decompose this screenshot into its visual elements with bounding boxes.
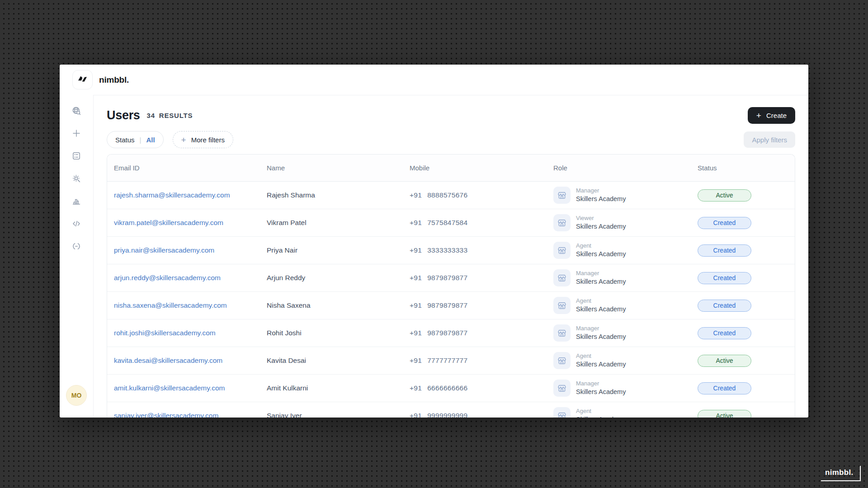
table-row[interactable]: sanjay.iyer@skillersacademy.com Sanjay I… xyxy=(107,402,795,418)
checklist-icon[interactable] xyxy=(71,151,81,161)
add-icon[interactable] xyxy=(71,128,81,138)
role-organization: Skillers Academy xyxy=(576,277,626,286)
mobile-prefix: +91 xyxy=(410,219,422,227)
brand-logo[interactable] xyxy=(72,70,93,89)
storefront-icon xyxy=(553,324,571,342)
status-badge: Active xyxy=(698,355,751,367)
user-mobile: +91 7575847584 xyxy=(403,219,547,227)
status-badge: Active xyxy=(698,410,751,418)
role-organization: Skillers Academy xyxy=(576,195,626,203)
role-name: Manager xyxy=(576,187,626,195)
page-title: Users xyxy=(107,108,140,122)
status-badge: Created xyxy=(698,300,751,312)
storefront-icon xyxy=(553,380,571,397)
user-email-link[interactable]: priya.nair@skillersacademy.com xyxy=(114,246,214,254)
mobile-number: 7777777777 xyxy=(427,357,467,365)
user-name: Priya Nair xyxy=(260,246,403,254)
mobile-prefix: +91 xyxy=(410,329,422,337)
user-mobile: +91 9879879877 xyxy=(403,301,547,310)
user-role: Manager Skillers Academy xyxy=(547,324,691,342)
role-name: Agent xyxy=(576,242,626,250)
table-row[interactable]: kavita.desai@skillersacademy.com Kavita … xyxy=(107,347,795,375)
code-icon[interactable] xyxy=(71,219,81,229)
column-header-role: Role xyxy=(547,164,691,172)
more-filters-button[interactable]: + More filters xyxy=(173,131,233,148)
column-header-name: Name xyxy=(260,164,403,172)
user-name: Kavita Desai xyxy=(260,357,403,365)
table-row[interactable]: nisha.saxena@skillersacademy.com Nisha S… xyxy=(107,292,795,319)
user-mobile: +91 9999999999 xyxy=(403,412,547,418)
status-filter-value: All xyxy=(146,136,155,144)
main-content: Users 34 RESULTS + Create Status | All + xyxy=(94,95,808,418)
user-role: Agent Skillers Academy xyxy=(547,242,691,259)
user-email-link[interactable]: arjun.reddy@skillersacademy.com xyxy=(114,274,221,282)
mobile-number: 3333333333 xyxy=(427,246,467,254)
status-badge: Created xyxy=(698,327,751,339)
settings-tools-icon[interactable] xyxy=(71,174,81,183)
app-window: nimbbl. xyxy=(60,65,808,418)
plus-icon: + xyxy=(181,136,186,144)
globe-search-icon[interactable] xyxy=(71,106,81,116)
results-label: RESULTS xyxy=(159,112,193,119)
user-name: Rohit Joshi xyxy=(260,329,403,337)
mobile-prefix: +91 xyxy=(410,246,422,254)
storefront-icon xyxy=(553,269,571,286)
user-name: Arjun Reddy xyxy=(260,274,403,282)
mobile-prefix: +91 xyxy=(410,412,422,418)
storefront-icon xyxy=(553,297,571,314)
table-row[interactable]: priya.nair@skillersacademy.com Priya Nai… xyxy=(107,237,795,264)
mobile-number: 8888575676 xyxy=(427,191,467,199)
user-avatar[interactable]: MO xyxy=(66,385,87,406)
mobile-number: 9879879877 xyxy=(427,301,467,310)
mobile-number: 7575847584 xyxy=(427,219,467,227)
user-email-link[interactable]: amit.kulkarni@skillersacademy.com xyxy=(114,384,225,392)
role-organization: Skillers Academy xyxy=(576,250,626,258)
status-badge: Created xyxy=(698,244,751,257)
mobile-prefix: +91 xyxy=(410,357,422,365)
table-row[interactable]: arjun.reddy@skillersacademy.com Arjun Re… xyxy=(107,264,795,292)
api-brackets-icon[interactable] xyxy=(71,241,81,251)
table-row[interactable]: amit.kulkarni@skillersacademy.com Amit K… xyxy=(107,375,795,402)
app-header: nimbbl. xyxy=(60,65,808,95)
role-name: Agent xyxy=(576,352,626,360)
status-filter[interactable]: Status | All xyxy=(107,131,164,148)
divider: | xyxy=(140,136,142,144)
table-row[interactable]: vikram.patel@skillersacademy.com Vikram … xyxy=(107,209,795,237)
user-mobile: +91 8888575676 xyxy=(403,191,547,199)
table-row[interactable]: rohit.joshi@skillersacademy.com Rohit Jo… xyxy=(107,319,795,347)
brand-name: nimbbl. xyxy=(99,75,129,85)
status-badge: Created xyxy=(698,272,751,284)
column-header-mobile: Mobile xyxy=(403,164,547,172)
user-mobile: +91 3333333333 xyxy=(403,246,547,254)
table-body: rajesh.sharma@skillersacademy.com Rajesh… xyxy=(107,182,795,418)
create-button[interactable]: + Create xyxy=(748,107,795,124)
mobile-prefix: +91 xyxy=(410,274,422,282)
table-row[interactable]: rajesh.sharma@skillersacademy.com Rajesh… xyxy=(107,182,795,209)
mobile-prefix: +91 xyxy=(410,384,422,392)
user-role: Viewer Skillers Academy xyxy=(547,214,691,231)
column-header-email: Email ID xyxy=(107,164,260,172)
role-organization: Skillers Academy xyxy=(576,305,626,314)
user-email-link[interactable]: nisha.saxena@skillersacademy.com xyxy=(114,301,227,309)
user-name: Nisha Saxena xyxy=(260,301,403,310)
sidebar: MO xyxy=(60,95,94,418)
status-badge: Created xyxy=(698,217,751,229)
user-email-link[interactable]: rohit.joshi@skillersacademy.com xyxy=(114,329,216,337)
users-table: Email ID Name Mobile Role Status rajesh.… xyxy=(107,154,795,418)
user-email-link[interactable]: sanjay.iyer@skillersacademy.com xyxy=(114,412,218,418)
user-email-link[interactable]: rajesh.sharma@skillersacademy.com xyxy=(114,191,230,199)
storefront-icon xyxy=(553,214,571,231)
footer-brand-logo: nimbbl. xyxy=(821,466,861,481)
user-role: Manager Skillers Academy xyxy=(547,269,691,286)
apply-filters-button[interactable]: Apply filters xyxy=(744,131,795,148)
user-email-link[interactable]: vikram.patel@skillersacademy.com xyxy=(114,219,223,226)
storefront-icon xyxy=(553,352,571,369)
role-organization: Skillers Academy xyxy=(576,388,626,396)
title-row: Users 34 RESULTS + Create xyxy=(107,106,795,124)
storefront-icon xyxy=(553,242,571,259)
role-organization: Skillers Academy xyxy=(576,222,626,231)
analytics-icon[interactable] xyxy=(71,196,81,206)
mobile-number: 9879879877 xyxy=(427,274,467,282)
role-name: Manager xyxy=(576,380,626,388)
user-email-link[interactable]: kavita.desai@skillersacademy.com xyxy=(114,357,222,364)
